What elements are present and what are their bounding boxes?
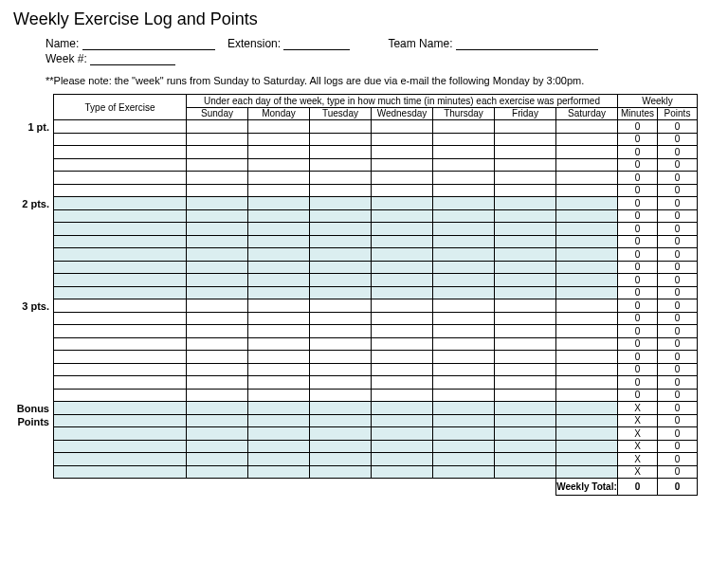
extension-input-line[interactable]	[283, 37, 350, 50]
day-cell[interactable]	[433, 223, 495, 236]
day-cell[interactable]	[187, 184, 248, 197]
day-cell[interactable]	[495, 133, 556, 146]
day-cell[interactable]	[372, 235, 433, 248]
day-cell[interactable]	[372, 363, 433, 376]
day-cell[interactable]	[248, 312, 310, 325]
day-cell[interactable]	[248, 158, 310, 172]
day-cell[interactable]	[495, 286, 556, 299]
day-cell[interactable]	[556, 223, 618, 236]
day-cell[interactable]	[372, 402, 433, 415]
day-cell[interactable]	[495, 158, 556, 172]
name-input-line[interactable]	[82, 37, 215, 50]
day-cell[interactable]	[310, 248, 372, 262]
type-cell[interactable]	[54, 453, 187, 466]
day-cell[interactable]	[556, 299, 618, 313]
day-cell[interactable]	[556, 389, 618, 402]
day-cell[interactable]	[248, 223, 310, 236]
day-cell[interactable]	[248, 351, 310, 364]
day-cell[interactable]	[248, 120, 310, 134]
type-cell[interactable]	[54, 389, 187, 402]
day-cell[interactable]	[187, 427, 248, 441]
day-cell[interactable]	[372, 337, 433, 351]
day-cell[interactable]	[556, 209, 618, 223]
type-cell[interactable]	[54, 235, 187, 248]
type-cell[interactable]	[54, 363, 187, 376]
type-cell[interactable]	[54, 209, 187, 223]
day-cell[interactable]	[310, 235, 372, 248]
day-cell[interactable]	[187, 209, 248, 223]
day-cell[interactable]	[248, 414, 310, 427]
day-cell[interactable]	[433, 248, 495, 262]
day-cell[interactable]	[248, 389, 310, 402]
type-cell[interactable]	[54, 414, 187, 427]
day-cell[interactable]	[495, 184, 556, 197]
day-cell[interactable]	[495, 274, 556, 287]
day-cell[interactable]	[310, 120, 372, 134]
day-cell[interactable]	[372, 248, 433, 262]
type-cell[interactable]	[54, 325, 187, 338]
day-cell[interactable]	[248, 402, 310, 415]
day-cell[interactable]	[310, 427, 372, 441]
day-cell[interactable]	[187, 453, 248, 466]
day-cell[interactable]	[556, 312, 618, 325]
day-cell[interactable]	[495, 261, 556, 274]
day-cell[interactable]	[310, 158, 372, 172]
day-cell[interactable]	[372, 427, 433, 441]
type-cell[interactable]	[54, 351, 187, 364]
day-cell[interactable]	[556, 376, 618, 390]
day-cell[interactable]	[433, 209, 495, 223]
day-cell[interactable]	[248, 133, 310, 146]
day-cell[interactable]	[372, 158, 433, 172]
day-cell[interactable]	[310, 184, 372, 197]
type-cell[interactable]	[54, 184, 187, 197]
day-cell[interactable]	[187, 133, 248, 146]
day-cell[interactable]	[372, 197, 433, 210]
day-cell[interactable]	[310, 337, 372, 351]
type-cell[interactable]	[54, 146, 187, 159]
day-cell[interactable]	[187, 248, 248, 262]
day-cell[interactable]	[310, 286, 372, 299]
day-cell[interactable]	[495, 197, 556, 210]
day-cell[interactable]	[556, 414, 618, 427]
day-cell[interactable]	[187, 465, 248, 479]
type-cell[interactable]	[54, 337, 187, 351]
type-cell[interactable]	[54, 223, 187, 236]
day-cell[interactable]	[433, 133, 495, 146]
day-cell[interactable]	[495, 325, 556, 338]
day-cell[interactable]	[310, 402, 372, 415]
day-cell[interactable]	[248, 440, 310, 453]
day-cell[interactable]	[433, 146, 495, 159]
type-cell[interactable]	[54, 133, 187, 146]
day-cell[interactable]	[372, 120, 433, 134]
type-cell[interactable]	[54, 376, 187, 390]
day-cell[interactable]	[310, 223, 372, 236]
day-cell[interactable]	[372, 440, 433, 453]
day-cell[interactable]	[433, 325, 495, 338]
day-cell[interactable]	[310, 325, 372, 338]
day-cell[interactable]	[372, 146, 433, 159]
day-cell[interactable]	[433, 414, 495, 427]
day-cell[interactable]	[556, 465, 618, 479]
day-cell[interactable]	[372, 299, 433, 313]
day-cell[interactable]	[310, 453, 372, 466]
day-cell[interactable]	[372, 274, 433, 287]
type-cell[interactable]	[54, 402, 187, 415]
day-cell[interactable]	[433, 453, 495, 466]
day-cell[interactable]	[310, 351, 372, 364]
day-cell[interactable]	[187, 274, 248, 287]
day-cell[interactable]	[556, 133, 618, 146]
day-cell[interactable]	[556, 402, 618, 415]
type-cell[interactable]	[54, 261, 187, 274]
day-cell[interactable]	[310, 376, 372, 390]
day-cell[interactable]	[310, 197, 372, 210]
day-cell[interactable]	[187, 197, 248, 210]
day-cell[interactable]	[372, 325, 433, 338]
day-cell[interactable]	[556, 286, 618, 299]
day-cell[interactable]	[187, 235, 248, 248]
day-cell[interactable]	[556, 248, 618, 262]
day-cell[interactable]	[433, 172, 495, 185]
day-cell[interactable]	[556, 351, 618, 364]
day-cell[interactable]	[433, 197, 495, 210]
day-cell[interactable]	[310, 414, 372, 427]
day-cell[interactable]	[248, 325, 310, 338]
